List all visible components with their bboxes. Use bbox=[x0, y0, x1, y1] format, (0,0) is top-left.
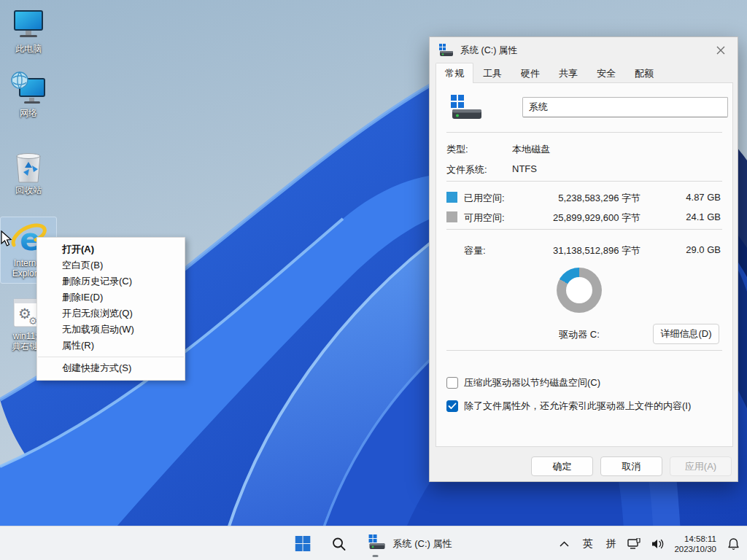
desktop-icon-label: 网络 bbox=[1, 108, 56, 118]
filesystem-value: NTFS bbox=[512, 163, 537, 174]
menu-item-open[interactable]: 打开(A) bbox=[37, 241, 185, 257]
index-checkbox-label: 除了文件属性外，还允许索引此驱动器上文件的内容(I) bbox=[464, 400, 691, 413]
menu-item-blank-page[interactable]: 空白页(B) bbox=[37, 257, 185, 273]
used-space-label: 已用空间: bbox=[464, 192, 505, 205]
checkbox-checked-icon[interactable] bbox=[446, 400, 458, 412]
apply-button[interactable]: 应用(A) bbox=[670, 456, 732, 476]
running-app-indicator bbox=[373, 555, 379, 557]
compress-checkbox-label: 压缩此驱动器以节约磁盘空间(C) bbox=[464, 376, 600, 389]
tab-tools[interactable]: 工具 bbox=[473, 64, 511, 83]
tray-network-icon[interactable] bbox=[624, 531, 643, 557]
free-space-size: 24.1 GB bbox=[686, 211, 721, 222]
taskbar: 系统 (C:) 属性 英 拼 14:58:11 2023/10/30 bbox=[0, 526, 747, 560]
desktop-icon-this-pc[interactable]: 此电脑 bbox=[1, 6, 56, 54]
free-space-label: 可用空间: bbox=[464, 211, 505, 225]
clock-date: 2023/10/30 bbox=[674, 544, 716, 554]
divider bbox=[446, 181, 722, 182]
desktop-icon-label: 此电脑 bbox=[1, 44, 56, 54]
tray-language-indicator[interactable]: 英 bbox=[578, 531, 597, 557]
capacity-size: 29.0 GB bbox=[686, 244, 721, 255]
drive-properties-dialog: 系统 (C:) 属性 常规 工具 硬件 共享 安全 配额 类型: bbox=[429, 36, 738, 482]
menu-item-delete-ie[interactable]: 删除IE(D) bbox=[37, 289, 185, 306]
tray-chevron-up-icon[interactable] bbox=[554, 531, 573, 557]
ok-button[interactable]: 确定 bbox=[531, 456, 593, 476]
drive-icon bbox=[438, 44, 454, 57]
menu-separator bbox=[38, 357, 184, 357]
ie-context-menu: 打开(A) 空白页(B) 删除历史记录(C) 删除IE(D) 开启无痕浏览(Q)… bbox=[36, 237, 185, 381]
free-space-swatch bbox=[446, 211, 457, 222]
tray-ime-indicator[interactable]: 拼 bbox=[601, 531, 620, 557]
clock-time: 14:58:11 bbox=[674, 534, 716, 544]
tab-sharing[interactable]: 共享 bbox=[549, 64, 587, 83]
desktop-icon-label: 回收站 bbox=[1, 185, 56, 195]
cancel-button[interactable]: 取消 bbox=[600, 456, 662, 476]
volume-name-input[interactable] bbox=[522, 97, 728, 117]
close-icon[interactable] bbox=[708, 40, 733, 61]
tab-quota[interactable]: 配额 bbox=[625, 64, 663, 83]
network-icon bbox=[1, 70, 56, 106]
type-value: 本地磁盘 bbox=[512, 143, 550, 156]
dialog-titlebar[interactable]: 系统 (C:) 属性 bbox=[430, 37, 738, 63]
tray-clock[interactable]: 14:58:11 2023/10/30 bbox=[671, 534, 719, 554]
used-space-swatch bbox=[446, 192, 457, 203]
search-icon[interactable] bbox=[325, 529, 354, 559]
drive-caption: 驱动器 C: bbox=[521, 328, 638, 341]
compress-checkbox-row[interactable]: 压缩此驱动器以节约磁盘空间(C) bbox=[446, 376, 725, 389]
dialog-tabstrip: 常规 工具 硬件 共享 安全 配额 bbox=[436, 66, 732, 83]
filesystem-label: 文件系统: bbox=[446, 163, 487, 176]
dialog-title: 系统 (C:) 属性 bbox=[460, 44, 517, 57]
tray-notification-bell-icon[interactable] bbox=[724, 531, 743, 557]
capacity-bytes: 31,138,512,896 字节 bbox=[553, 244, 640, 257]
menu-item-delete-history[interactable]: 删除历史记录(C) bbox=[37, 273, 185, 289]
checkbox-unchecked-icon[interactable] bbox=[446, 377, 458, 389]
divider bbox=[446, 229, 722, 230]
used-space-size: 4.87 GB bbox=[686, 192, 721, 203]
tab-general[interactable]: 常规 bbox=[436, 63, 473, 83]
mouse-cursor bbox=[0, 230, 13, 251]
menu-item-no-addons[interactable]: 无加载项启动(W) bbox=[37, 322, 185, 338]
menu-item-properties[interactable]: 属性(R) bbox=[37, 338, 185, 354]
capacity-label: 容量: bbox=[464, 244, 486, 257]
divider bbox=[446, 132, 722, 133]
used-space-bytes: 5,238,583,296 字节 bbox=[558, 192, 640, 205]
tray-speaker-icon[interactable] bbox=[648, 531, 667, 557]
details-button[interactable]: 详细信息(D) bbox=[653, 324, 719, 344]
disk-usage-donut-chart bbox=[557, 268, 602, 313]
tab-hardware[interactable]: 硬件 bbox=[511, 64, 549, 83]
drive-icon-large bbox=[449, 95, 483, 122]
start-button[interactable] bbox=[288, 529, 317, 559]
menu-item-create-shortcut[interactable]: 创建快捷方式(S) bbox=[37, 360, 185, 376]
drive-icon bbox=[368, 534, 386, 553]
index-checkbox-row[interactable]: 除了文件属性外，还允许索引此驱动器上文件的内容(I) bbox=[446, 400, 725, 413]
taskbar-app-label: 系统 (C:) 属性 bbox=[393, 537, 452, 551]
desktop-icon-recycle-bin[interactable]: 回收站 bbox=[1, 147, 56, 195]
tab-page-general: 类型: 本地磁盘 文件系统: NTFS 已用空间: 5,238,583,296 … bbox=[436, 82, 733, 447]
recycle-bin-icon bbox=[1, 147, 56, 184]
divider bbox=[446, 350, 722, 351]
tab-security[interactable]: 安全 bbox=[587, 64, 625, 83]
this-pc-icon bbox=[1, 6, 56, 42]
desktop-icon-network[interactable]: 网络 bbox=[1, 70, 56, 118]
menu-item-inprivate[interactable]: 开启无痕浏览(Q) bbox=[37, 306, 185, 322]
type-label: 类型: bbox=[446, 143, 468, 156]
free-space-bytes: 25,899,929,600 字节 bbox=[553, 211, 640, 225]
taskbar-app-drive-properties[interactable]: 系统 (C:) 属性 bbox=[361, 529, 460, 559]
